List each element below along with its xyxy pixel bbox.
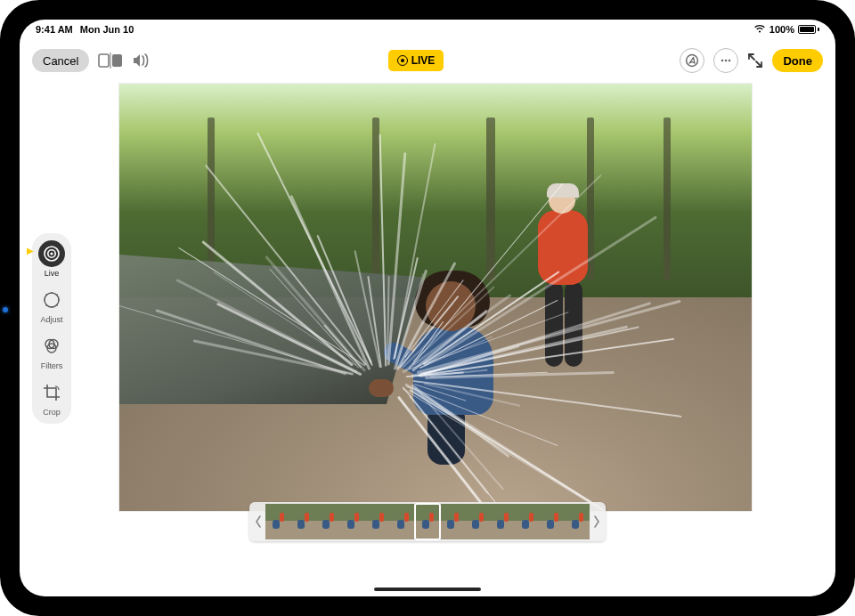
filmstrip-prev-button[interactable] bbox=[251, 504, 265, 539]
filmstrip-frames[interactable] bbox=[265, 504, 590, 539]
tool-adjust[interactable]: Adjust bbox=[34, 287, 69, 324]
filmstrip-frame[interactable] bbox=[265, 504, 290, 539]
svg-point-4 bbox=[721, 60, 724, 62]
svg-point-9 bbox=[50, 252, 53, 255]
live-tool-icon bbox=[38, 240, 65, 267]
tool-live[interactable]: Live bbox=[34, 240, 69, 278]
filmstrip-frame[interactable] bbox=[290, 504, 315, 539]
done-button[interactable]: Done bbox=[772, 49, 823, 72]
live-badge-label: LIVE bbox=[411, 54, 436, 67]
svg-point-3 bbox=[687, 55, 698, 67]
filmstrip-frame[interactable] bbox=[440, 504, 465, 539]
svg-point-5 bbox=[725, 60, 728, 62]
filmstrip-frame[interactable] bbox=[340, 504, 365, 539]
markup-button[interactable] bbox=[680, 48, 704, 73]
filmstrip-frame[interactable] bbox=[465, 504, 490, 539]
camera-indicator-dot bbox=[3, 307, 8, 312]
filmstrip-frame[interactable] bbox=[565, 504, 590, 539]
tool-filters[interactable]: Filters bbox=[34, 333, 69, 370]
filmstrip-frame[interactable] bbox=[540, 504, 565, 539]
filmstrip-frame[interactable] bbox=[315, 504, 340, 539]
live-photo-badge[interactable]: LIVE bbox=[388, 50, 444, 71]
tool-adjust-label: Adjust bbox=[40, 315, 62, 324]
photo-subject-standing bbox=[524, 178, 604, 392]
live-photo-filmstrip[interactable] bbox=[249, 502, 606, 541]
battery-percentage: 100% bbox=[770, 24, 794, 35]
filmstrip-frame[interactable] bbox=[515, 504, 540, 539]
svg-rect-0 bbox=[99, 54, 109, 67]
tool-crop-label: Crop bbox=[43, 408, 61, 417]
status-bar: 9:41 AM Mon Jun 10 100% bbox=[20, 20, 835, 39]
home-indicator[interactable] bbox=[374, 588, 481, 591]
status-time: 9:41 AM bbox=[36, 24, 73, 35]
status-date: Mon Jun 10 bbox=[80, 24, 134, 35]
filmstrip-frame[interactable] bbox=[390, 504, 415, 539]
photo-canvas[interactable] bbox=[119, 84, 752, 511]
more-button[interactable] bbox=[713, 48, 738, 73]
battery-icon bbox=[798, 25, 819, 34]
filmstrip-frame[interactable] bbox=[490, 504, 515, 539]
adjust-tool-icon bbox=[38, 287, 65, 313]
tool-live-label: Live bbox=[45, 269, 60, 278]
compare-toggle-button[interactable] bbox=[98, 48, 123, 73]
filmstrip-next-button[interactable] bbox=[590, 504, 604, 539]
svg-rect-1 bbox=[112, 54, 122, 67]
fullscreen-button[interactable] bbox=[747, 48, 763, 73]
svg-point-6 bbox=[729, 60, 731, 62]
wifi-icon bbox=[753, 24, 766, 35]
volume-icon[interactable] bbox=[132, 48, 151, 73]
edit-tools-sidebar: ▶ Live Adjust Filters bbox=[32, 233, 71, 424]
filters-tool-icon bbox=[38, 333, 65, 360]
tool-crop[interactable]: Crop bbox=[34, 379, 69, 417]
photo-subject-splashing bbox=[372, 255, 515, 468]
filmstrip-frame[interactable] bbox=[365, 504, 390, 539]
tool-filters-label: Filters bbox=[41, 361, 63, 370]
selected-tool-indicator-icon: ▶ bbox=[27, 246, 34, 255]
crop-tool-icon bbox=[38, 379, 65, 406]
live-icon bbox=[397, 55, 408, 66]
filmstrip-frame[interactable] bbox=[415, 504, 440, 539]
editor-toolbar: Cancel LIVE bbox=[20, 45, 835, 77]
cancel-button[interactable]: Cancel bbox=[32, 49, 89, 72]
